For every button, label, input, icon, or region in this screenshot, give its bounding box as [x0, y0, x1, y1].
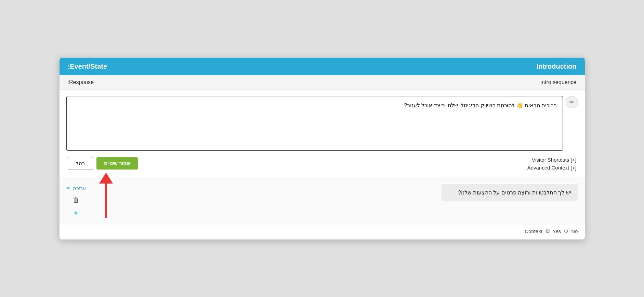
response-bubble-area: יש לך התלבטויות ורוצה פרטים על ההצעות של… [93, 184, 578, 201]
advanced-context-link[interactable]: Advanced Context [+] [527, 165, 577, 171]
save-button[interactable]: שמור שינויים [96, 157, 138, 170]
context-row: Context ⚙ Yes ⚙ No [60, 225, 585, 239]
trash-icon: 🗑 [73, 196, 79, 204]
pencil-icon-blue: ✏ [66, 185, 71, 191]
cancel-button[interactable]: בטל [68, 157, 93, 170]
edit-response-button[interactable]: ✏ עריכה [66, 185, 86, 191]
pencil-icon: ✏ [569, 99, 574, 105]
context-label: Context [525, 228, 542, 234]
message-box-wrapper: ברוכים הבאים 👋 לסוכנות השיווק הדיגיטלי ש… [66, 96, 578, 151]
bottom-divider [60, 239, 585, 240]
gear-icon-yes: ⚙ [545, 228, 550, 234]
page-title: Introduction [537, 63, 577, 70]
no-label: No [571, 228, 578, 234]
main-content: ברוכים הבאים 👋 לסוכנות השיווק הדיגיטלי ש… [60, 90, 585, 177]
edit-label: עריכה [73, 185, 86, 191]
response-bubble: יש לך התלבטויות ורוצה פרטים על ההצעות של… [441, 184, 578, 201]
main-window: :Event/State Introduction :Response intr… [59, 57, 586, 240]
gear-icon-no: ⚙ [564, 228, 568, 234]
shortcuts-links: Visitor Shortcuts [+] Advanced Context [… [527, 157, 577, 171]
response-actions: ✏ עריכה 🗑 + [66, 184, 86, 218]
subtitle-bar: :Response intro sequence [60, 75, 585, 90]
edit-message-button[interactable]: ✏ [566, 96, 578, 108]
event-state-label: :Event/State [68, 63, 107, 70]
visitor-shortcuts-link[interactable]: Visitor Shortcuts [+] [532, 157, 576, 163]
buttons-group: בטל שמור שינויים [68, 157, 138, 170]
intro-sequence-label: intro sequence [541, 79, 577, 85]
message-text-box[interactable]: ברוכים הבאים 👋 לסוכנות השיווק הדיגיטלי ש… [66, 96, 563, 151]
actions-row: בטל שמור שינויים Visitor Shortcuts [+] A… [66, 157, 578, 171]
response-section: ✏ עריכה 🗑 + יש לך התלבטויות ורוצה פרטים … [60, 177, 585, 225]
plus-icon: + [74, 209, 78, 218]
add-response-button[interactable]: + [74, 209, 78, 218]
title-bar: :Event/State Introduction [60, 58, 585, 75]
delete-response-button[interactable]: 🗑 [73, 196, 79, 204]
response-label: :Response [68, 79, 94, 85]
yes-label: Yes [553, 228, 561, 234]
